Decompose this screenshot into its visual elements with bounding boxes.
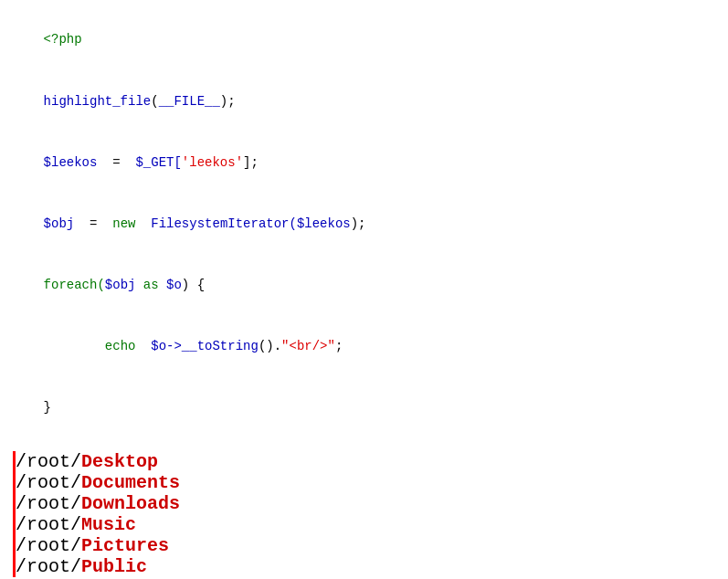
dir-item: /root/Public [16,556,180,577]
directory-listing: /root/Desktop /root/Documents /root/Down… [0,451,728,577]
dir-item: /root/Desktop [16,451,180,472]
dir-item: /root/Documents [16,472,180,493]
code-line-1: <?php [13,9,715,70]
code-line-2: highlight_file(__FILE__); [13,70,715,132]
dir-item: /root/Downloads [16,493,180,514]
code-line-6: echo $o->__toString()."<br/>"; [13,316,715,377]
dir-item: /root/Music [16,514,180,535]
code-section: <?php highlight_file(__FILE__); $leekos … [0,0,728,447]
code-line-4: $obj = new FilesystemIterator($leekos); [13,194,715,255]
code-line-3: $leekos = $_GET['leekos']; [13,132,715,193]
code-line-7: } [13,377,715,438]
dir-item: /root/Pictures [16,535,180,556]
code-line-5: foreach($obj as $o) { [13,255,715,316]
